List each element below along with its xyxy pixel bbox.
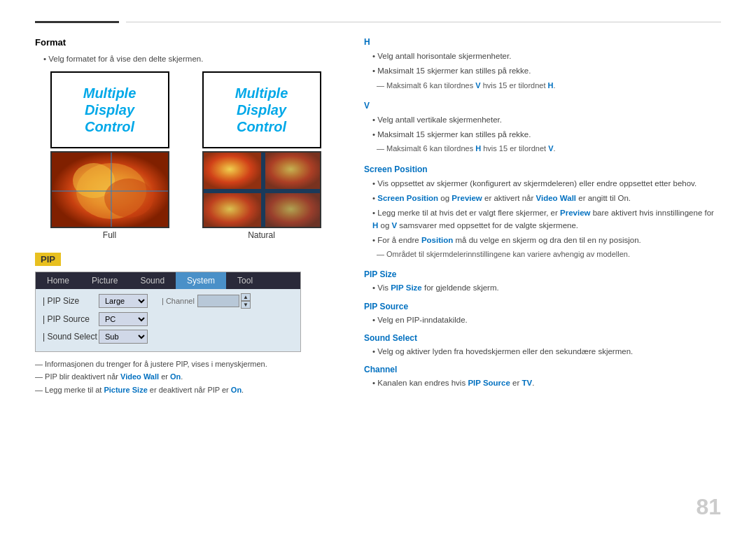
format-label-full: Full xyxy=(103,230,116,240)
svg-rect-13 xyxy=(204,189,321,193)
h-note-v: V xyxy=(475,81,480,90)
channel-info-label: Channel xyxy=(364,365,721,374)
format-item-mdc1: MultipleDisplayControl xyxy=(35,71,184,148)
v-note-v: V xyxy=(548,144,553,153)
screen-position-section: Screen Position Vis oppsettet av skjerme… xyxy=(364,164,721,260)
content-area: Format Velg formatet for å vise den delt… xyxy=(35,37,721,398)
pip-channel-spinner: ▲ ▼ xyxy=(241,293,251,309)
pip-row-sound: | Sound Select Sub Main xyxy=(43,330,293,344)
sp-bullet2: Screen Position og Preview er aktivert n… xyxy=(372,192,721,204)
format-item-natural: Natural xyxy=(187,151,336,240)
format-label-natural: Natural xyxy=(248,230,275,240)
top-rule-thin xyxy=(126,22,721,22)
pip-row-source: | PIP Source PC TV HDMI xyxy=(43,312,293,326)
sp-bullet4: For å endre Position må du velge en skje… xyxy=(372,234,721,246)
format-photo-full xyxy=(50,151,169,228)
pip-source-select[interactable]: PC TV HDMI xyxy=(99,312,148,326)
pip-spinner-up[interactable]: ▲ xyxy=(241,293,251,301)
footnotes: Informasjonen du trenger for å justere P… xyxy=(35,359,336,395)
h-note-h: H xyxy=(548,81,554,90)
pip-info-section: PIP Size Vis PIP Size for gjeldende skje… xyxy=(364,269,721,389)
pip-menu-container: Home Picture Sound System Tool | PIP Siz… xyxy=(35,272,301,352)
sp-b3-link1: Preview xyxy=(560,209,590,217)
v-note-h: H xyxy=(475,144,481,153)
format-box-mdc2: MultipleDisplayControl xyxy=(202,71,321,148)
pip-channel-input[interactable] xyxy=(197,295,239,307)
h-section: H Velg antall horisontale skjermenheter.… xyxy=(364,37,721,91)
pip-spinner-down[interactable]: ▼ xyxy=(241,301,251,309)
pip-channel-label: | Channel xyxy=(162,297,195,305)
sp-note1: Området til skjermdelerinnstillingene ka… xyxy=(377,249,721,260)
format-section: Format Velg formatet for å vise den delt… xyxy=(35,37,336,240)
right-column: H Velg antall horisontale skjermenheter.… xyxy=(364,37,721,398)
footnote2: PIP blir deaktivert når Video Wall er On… xyxy=(35,372,336,382)
format-box-text1: MultipleDisplayControl xyxy=(83,85,136,135)
pip-menu-tabs: Home Picture Sound System Tool xyxy=(36,272,300,289)
sp-b4-link: Position xyxy=(421,236,453,244)
pip-source-info-label: PIP Source xyxy=(364,302,721,311)
svg-rect-4 xyxy=(52,153,52,153)
sp-b2-link3: Video Wall xyxy=(536,194,577,202)
v-section: V Velg antall vertikale skjermenheter. M… xyxy=(364,101,721,155)
pip-size-label: | PIP Size xyxy=(43,296,99,306)
format-box-text2: MultipleDisplayControl xyxy=(235,85,288,135)
v-note1: Maksimalt 6 kan tilordnes H hvis 15 er t… xyxy=(377,143,721,154)
footnote3-link2: On xyxy=(231,386,241,394)
svg-rect-8 xyxy=(204,153,262,190)
sp-b3-v: V xyxy=(392,221,398,230)
svg-rect-9 xyxy=(265,153,321,190)
pip-tab-home[interactable]: Home xyxy=(36,272,80,289)
page-container: Format Velg formatet for å vise den delt… xyxy=(0,0,756,534)
footnote3: Legg merke til at Picture Size er deakti… xyxy=(35,385,336,395)
left-column: Format Velg formatet for å vise den delt… xyxy=(35,37,336,398)
pip-source-label: | PIP Source xyxy=(43,314,99,324)
channel-pip-source-link: PIP Source xyxy=(468,379,510,387)
pip-tab-sound[interactable]: Sound xyxy=(129,272,176,289)
pip-size-info-label: PIP Size xyxy=(364,269,721,279)
pip-row-size: | PIP Size Large Medium Small | Channel … xyxy=(43,293,293,309)
pip-sound-select[interactable]: Sub Main xyxy=(99,330,148,344)
h-note1: Maksimalt 6 kan tilordnes V hvis 15 er t… xyxy=(377,80,721,91)
screen-pos-label: Screen Position xyxy=(364,164,721,174)
pip-tab-system[interactable]: System xyxy=(176,272,226,289)
v-bullet2: Maksimalt 15 skjermer kan stilles på rek… xyxy=(372,129,721,141)
top-rules xyxy=(35,21,721,23)
pip-sound-label: | Sound Select xyxy=(43,332,99,342)
pip-tab-tool[interactable]: Tool xyxy=(226,272,264,289)
footnote2-link1: Video Wall xyxy=(120,372,159,381)
format-item-mdc2: MultipleDisplayControl xyxy=(187,71,336,148)
pip-size-info-bullet: Vis PIP Size for gjeldende skjerm. xyxy=(372,282,721,294)
svg-rect-10 xyxy=(204,192,262,228)
sound-select-info-bullet: Velg og aktiver lyden fra hovedskjermen … xyxy=(372,346,721,358)
pip-menu-body: | PIP Size Large Medium Small | Channel … xyxy=(36,289,300,351)
pip-badge: PIP xyxy=(35,253,61,266)
channel-tv-link: TV xyxy=(522,379,533,387)
pip-source-info-bullet: Velg en PIP-inndatakilde. xyxy=(372,314,721,326)
pip-size-link: PIP Size xyxy=(391,283,422,292)
footnote2-link2: On xyxy=(170,372,181,381)
sp-bullet1: Vis oppsettet av skjermer (konfigurert a… xyxy=(372,178,721,190)
channel-info-bullet: Kanalen kan endres hvis PIP Source er TV… xyxy=(372,377,721,389)
sp-b3-h: H xyxy=(372,221,378,230)
h-bullet1: Velg antall horisontale skjermenheter. xyxy=(372,50,721,62)
sp-b2-link1: Screen Position xyxy=(377,194,438,202)
page-number: 81 xyxy=(696,494,721,520)
sp-b2-link2: Preview xyxy=(451,194,482,202)
format-photo-natural xyxy=(202,151,321,228)
format-bullet1: Velg formatet for å vise den delte skjer… xyxy=(43,53,336,64)
pip-size-select[interactable]: Large Medium Small xyxy=(99,294,148,308)
format-title: Format xyxy=(35,37,336,48)
flower-full-img xyxy=(52,153,168,227)
sp-bullet3: Legg merke til at hvis det er valgt fler… xyxy=(372,207,721,232)
format-grid: MultipleDisplayControl MultipleDisplayCo… xyxy=(35,71,336,240)
v-bullet1: Velg antall vertikale skjermenheter. xyxy=(372,114,721,126)
format-item-full: Full xyxy=(35,151,184,240)
h-bullet2: Maksimalt 15 skjermer kan stilles på rek… xyxy=(372,65,721,77)
format-box-mdc1: MultipleDisplayControl xyxy=(50,71,169,148)
svg-rect-11 xyxy=(265,192,321,228)
footnote1: Informasjonen du trenger for å justere P… xyxy=(35,359,336,370)
footnote3-link1: Picture Size xyxy=(104,386,147,394)
pip-tab-picture[interactable]: Picture xyxy=(80,272,129,289)
pip-section: PIP Home Picture Sound System Tool | PIP… xyxy=(35,253,336,395)
flower-natural-img xyxy=(204,153,320,227)
